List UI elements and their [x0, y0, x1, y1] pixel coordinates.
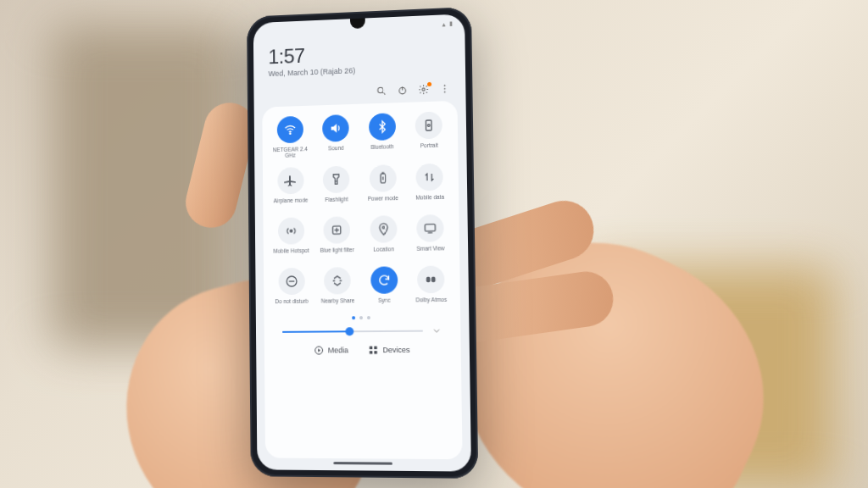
media-button[interactable]: Media	[314, 345, 348, 355]
svg-rect-17	[426, 225, 436, 231]
tile-label: Bluetooth	[370, 143, 393, 156]
tile-wifi[interactable]: NETGEAR 2.4 GHz	[269, 115, 311, 159]
svg-rect-25	[375, 347, 378, 350]
power-icon[interactable]	[397, 85, 408, 96]
hotspot-icon[interactable]	[278, 217, 304, 244]
bluetooth-icon[interactable]	[369, 113, 396, 141]
tile-label: Mobile data	[415, 194, 444, 207]
page-indicator[interactable]	[270, 315, 453, 320]
svg-point-5	[444, 85, 446, 86]
tile-dnd[interactable]: Do not disturb	[270, 268, 314, 310]
svg-rect-27	[375, 351, 378, 354]
tile-label: Mobile Hotspot	[273, 247, 309, 260]
quick-settings-panel: NETGEAR 2.4 GHzSoundBluetoothPortraitAir…	[262, 101, 462, 459]
tile-powermode[interactable]: Power mode	[361, 164, 405, 208]
tile-label: Airplane mode	[274, 197, 309, 209]
search-icon[interactable]	[376, 86, 387, 97]
qs-header: 1:57 Wed, March 10 (Rajab 26)	[253, 29, 465, 85]
settings-badge	[427, 82, 431, 86]
svg-point-16	[382, 226, 385, 229]
media-label: Media	[328, 346, 348, 354]
location-icon[interactable]	[370, 215, 397, 243]
phone-frame: ▲ ▮ 1:57 Wed, March 10 (Rajab 26) NETGEA…	[247, 7, 478, 479]
svg-point-7	[444, 92, 446, 93]
tile-label: Dolby Atmos	[415, 297, 447, 309]
tile-label: Sync	[378, 297, 391, 309]
wifi-icon[interactable]	[276, 116, 303, 143]
pager-dot[interactable]	[359, 316, 363, 319]
airplane-icon[interactable]	[277, 167, 303, 194]
tile-airplane[interactable]: Airplane mode	[270, 167, 312, 210]
pager-dot[interactable]	[352, 316, 355, 319]
settings-gear-icon[interactable]	[418, 84, 429, 95]
svg-point-10	[428, 125, 431, 127]
tile-mobiledata[interactable]: Mobile data	[408, 163, 452, 206]
svg-point-8	[289, 133, 290, 134]
nav-bar[interactable]	[257, 458, 471, 471]
dolby-icon[interactable]	[417, 265, 445, 293]
tile-bluelight[interactable]: Blue light filter	[315, 216, 359, 259]
tile-label: Location	[373, 246, 394, 258]
svg-rect-9	[426, 120, 432, 130]
powermode-icon[interactable]	[370, 164, 397, 192]
devices-grid-icon	[369, 345, 379, 355]
tile-label: Nearby Share	[321, 297, 355, 309]
more-icon[interactable]	[439, 83, 450, 94]
tile-dolby[interactable]: Dolby Atmos	[409, 265, 453, 308]
devices-label: Devices	[383, 346, 410, 354]
brightness-slider[interactable]	[282, 330, 423, 333]
tile-flashlight[interactable]: Flashlight	[314, 165, 358, 208]
tile-location[interactable]: Location	[362, 215, 406, 258]
bluelight-icon[interactable]	[324, 216, 351, 243]
devices-button[interactable]: Devices	[369, 345, 410, 355]
tile-label: Blue light filter	[320, 247, 354, 259]
status-battery-icon: ▮	[449, 20, 453, 27]
bottom-buttons: Media Devices	[271, 337, 454, 363]
tile-grid: NETGEAR 2.4 GHzSoundBluetoothPortraitAir…	[269, 111, 453, 310]
svg-rect-26	[370, 351, 373, 354]
sync-icon[interactable]	[370, 266, 398, 294]
svg-rect-24	[370, 347, 373, 350]
tile-portrait[interactable]: Portrait	[407, 111, 451, 156]
svg-point-0	[378, 87, 384, 93]
tile-smartview[interactable]: Smart View	[409, 214, 453, 258]
tile-label: Power mode	[368, 195, 398, 208]
screen: ▲ ▮ 1:57 Wed, March 10 (Rajab 26) NETGEA…	[253, 14, 471, 471]
sound-icon[interactable]	[322, 114, 349, 142]
svg-rect-20	[426, 276, 431, 282]
media-play-icon	[314, 345, 324, 355]
svg-marker-23	[318, 348, 320, 352]
svg-line-1	[383, 92, 386, 95]
tile-nearby[interactable]: Nearby Share	[316, 267, 359, 310]
status-signal-icon: ▲	[441, 21, 447, 27]
svg-point-4	[422, 88, 425, 91]
brightness-row	[270, 322, 453, 339]
svg-point-6	[444, 88, 446, 90]
tile-label: NETGEAR 2.4 GHz	[270, 146, 311, 159]
tile-hotspot[interactable]: Mobile Hotspot	[270, 217, 313, 259]
tile-sync[interactable]: Sync	[362, 266, 406, 309]
flashlight-icon[interactable]	[323, 166, 350, 194]
svg-point-14	[290, 230, 292, 232]
tile-label: Sound	[328, 145, 344, 157]
tile-label: Do not disturb	[275, 298, 309, 310]
portrait-icon[interactable]	[415, 111, 442, 139]
brightness-expand-icon[interactable]	[431, 325, 442, 336]
tile-label: Portrait	[420, 142, 438, 155]
smartview-icon[interactable]	[416, 214, 444, 242]
svg-rect-21	[431, 276, 436, 282]
tile-label: Flashlight	[325, 196, 348, 208]
pager-dot[interactable]	[367, 316, 370, 319]
tile-label: Smart View	[416, 245, 444, 258]
mobiledata-icon[interactable]	[416, 164, 444, 191]
tile-sound[interactable]: Sound	[314, 114, 358, 158]
nav-pill[interactable]	[333, 462, 392, 465]
tile-bluetooth[interactable]: Bluetooth	[360, 113, 404, 157]
dnd-icon[interactable]	[278, 268, 304, 295]
nearby-icon[interactable]	[324, 267, 351, 294]
